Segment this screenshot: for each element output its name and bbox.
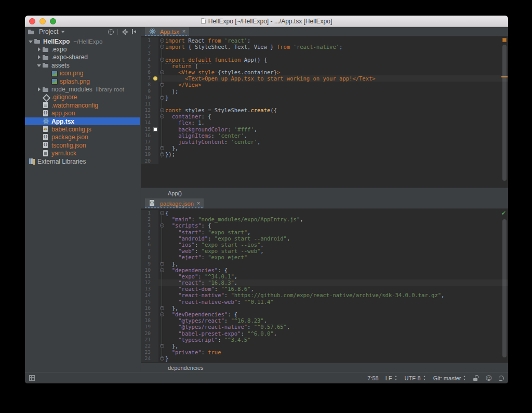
code-line[interactable]: 20 — [141, 158, 508, 164]
close-tab-icon[interactable]: × — [182, 29, 185, 34]
line-number[interactable]: 18 — [141, 145, 152, 151]
line-number[interactable]: 11 — [141, 101, 152, 107]
line-number[interactable]: 17 — [141, 311, 152, 317]
code-line[interactable]: 11 "expo": "^34.0.1", — [141, 273, 508, 279]
code-line[interactable]: 24^} — [141, 355, 508, 362]
line-number[interactable]: 16 — [141, 132, 152, 139]
code-line[interactable]: 13- container: { — [141, 113, 508, 119]
line-number[interactable]: 7 — [141, 248, 152, 254]
select-opened-file-icon[interactable] — [108, 29, 114, 35]
collapse-arrow-icon[interactable] — [28, 39, 34, 44]
code-line[interactable]: 8 "eject": "expo eject" — [141, 254, 508, 260]
code-line[interactable]: 22^ }, — [141, 343, 508, 349]
line-number[interactable]: 21 — [141, 337, 152, 343]
code-line[interactable]: 14 flex: 1, — [141, 119, 508, 126]
fold-open-icon[interactable]: - — [160, 211, 164, 215]
code-line[interactable]: 14 "react-native": "https://github.com/e… — [141, 292, 508, 298]
fold-open-icon[interactable]: - — [160, 268, 164, 272]
line-separator-selector[interactable]: LF — [385, 375, 398, 381]
line-number[interactable]: 20 — [141, 158, 152, 164]
line-number[interactable]: 1 — [141, 210, 152, 216]
code-line[interactable]: 7 <Text>Open up App.tsx to start working… — [141, 75, 508, 82]
code-line[interactable]: 3 — [141, 50, 508, 56]
encoding-selector[interactable]: UTF-8 — [405, 375, 427, 381]
line-number[interactable]: 14 — [141, 119, 152, 126]
fold-open-icon[interactable]: - — [160, 38, 164, 43]
tree-item-icon-png[interactable]: icon.png — [25, 70, 140, 77]
tree-item-app-tsx[interactable]: App.tsx — [25, 117, 140, 125]
git-branch-selector[interactable]: Git: master — [433, 375, 467, 381]
line-number[interactable]: 6 — [141, 242, 152, 248]
line-number[interactable]: 9 — [141, 88, 152, 95]
code-line[interactable]: 5 return ( — [141, 63, 508, 69]
line-number[interactable]: 4 — [141, 229, 152, 235]
line-number[interactable]: 3 — [141, 222, 152, 229]
tree-item-expo[interactable]: .expo — [25, 45, 140, 53]
line-number[interactable]: 15 — [141, 126, 152, 132]
fold-end-icon[interactable]: ^ — [160, 262, 164, 266]
tree-item-gitignore[interactable]: .gitignore — [25, 94, 140, 101]
tree-item-package-json[interactable]: package.json — [25, 134, 140, 141]
color-swatch-icon[interactable] — [153, 127, 157, 131]
line-number[interactable]: 17 — [141, 139, 152, 145]
tree-item-expo-shared[interactable]: .expo-shared — [25, 54, 140, 61]
code-line[interactable]: 4-export default function App() { — [141, 57, 508, 63]
code-line[interactable]: 10- "dependencies": { — [141, 267, 508, 273]
fold-open-icon[interactable]: - — [160, 70, 164, 74]
code-line[interactable]: 20 "babel-preset-expo": "^6.0.0", — [141, 330, 508, 337]
line-number[interactable]: 19 — [141, 324, 152, 330]
line-number[interactable]: 15 — [141, 299, 152, 305]
line-number[interactable]: 4 — [141, 57, 152, 63]
line-number[interactable]: 3 — [141, 50, 152, 56]
tree-item-splash-png[interactable]: splash.png — [25, 77, 140, 85]
line-number[interactable]: 12 — [141, 279, 152, 286]
code-line[interactable]: 17 justifyContent: 'center', — [141, 139, 508, 145]
fold-open-icon[interactable]: - — [160, 312, 164, 316]
code-line[interactable]: 8^ </View> — [141, 82, 508, 88]
line-number[interactable]: 19 — [141, 151, 152, 157]
line-number[interactable]: 10 — [141, 267, 152, 273]
tree-item-tsconfig-json[interactable]: tsconfig.json — [25, 141, 140, 149]
line-number[interactable]: 16 — [141, 305, 152, 311]
tree-item-babel-config-js[interactable]: babel.config.js — [25, 125, 140, 133]
code-line[interactable]: 2-import { StyleSheet, Text, View } from… — [141, 44, 508, 50]
code-line[interactable]: 10^} — [141, 95, 508, 101]
line-number[interactable]: 20 — [141, 330, 152, 337]
line-number[interactable]: 10 — [141, 95, 152, 101]
editor-app-tsx[interactable]: 1-import React from 'react';2-import { S… — [141, 36, 508, 188]
fold-open-icon[interactable]: - — [160, 108, 164, 112]
expand-arrow-icon[interactable] — [36, 55, 42, 60]
code-line[interactable]: 13 "react-dom": "^16.8.6", — [141, 286, 508, 292]
code-line[interactable]: 1-import React from 'react'; — [141, 37, 508, 44]
code-line[interactable]: 1-{ — [141, 210, 508, 216]
window-titlebar[interactable]: HellExpo [~/HellExpo] - .../App.tsx [Hel… — [25, 16, 508, 27]
line-number[interactable]: 12 — [141, 107, 152, 113]
close-window-button[interactable] — [29, 18, 35, 24]
expand-arrow-icon[interactable] — [36, 87, 42, 92]
line-number[interactable]: 18 — [141, 317, 152, 324]
project-view-chevron-down-icon[interactable] — [61, 30, 65, 34]
inspection-status-marker[interactable] — [502, 38, 507, 42]
inspections-hector-icon[interactable]: ☺ — [485, 375, 492, 381]
code-line[interactable]: 21 "typescript": "^3.4.5" — [141, 337, 508, 343]
code-line[interactable]: 15 "react-native-web": "^0.11.4" — [141, 299, 508, 305]
line-number[interactable]: 5 — [141, 63, 152, 69]
fold-end-icon[interactable]: ^ — [160, 306, 164, 310]
fold-open-icon[interactable]: - — [160, 58, 164, 62]
fold-column[interactable]: ^ — [158, 355, 165, 362]
tree-item-hellexpo[interactable]: HellExpo~/HellExpo — [25, 37, 140, 45]
tool-windows-grid-icon[interactable] — [29, 375, 35, 381]
close-tab-icon[interactable]: × — [197, 201, 200, 206]
tree-item-assets[interactable]: assets — [25, 61, 140, 69]
code-line[interactable]: 16 alignItems: 'center', — [141, 132, 508, 139]
tree-item-yarn-lock[interactable]: yarn.lock — [25, 149, 140, 157]
minimize-window-button[interactable] — [39, 18, 46, 24]
line-number[interactable]: 5 — [141, 235, 152, 242]
fold-end-icon[interactable]: ^ — [160, 146, 164, 150]
tree-item-external-libraries[interactable]: External Libraries — [25, 157, 140, 165]
intention-bulb-icon[interactable] — [153, 76, 157, 81]
tree-item-app-json[interactable]: app.json — [25, 110, 140, 117]
code-line[interactable]: 7 "web": "expo start --web", — [141, 248, 508, 254]
project-panel-title[interactable]: Project — [39, 28, 58, 35]
code-line[interactable]: 23 "private": true — [141, 349, 508, 355]
